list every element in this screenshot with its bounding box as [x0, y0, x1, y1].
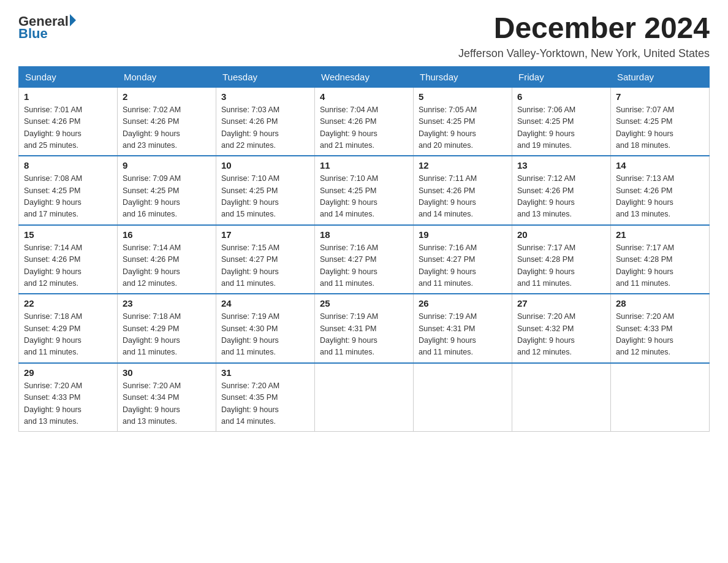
calendar-cell: 25 Sunrise: 7:19 AM Sunset: 4:31 PM Dayl…: [315, 294, 414, 363]
day-info: Sunrise: 7:15 AM Sunset: 4:27 PM Dayligh…: [221, 242, 309, 290]
calendar-cell: [414, 363, 512, 432]
calendar-cell: 27 Sunrise: 7:20 AM Sunset: 4:32 PM Dayl…: [512, 294, 611, 363]
col-header-monday: Monday: [118, 66, 216, 87]
col-header-tuesday: Tuesday: [216, 66, 315, 87]
day-number: 8: [24, 160, 112, 170]
day-info: Sunrise: 7:17 AM Sunset: 4:28 PM Dayligh…: [616, 242, 704, 290]
col-header-wednesday: Wednesday: [315, 66, 414, 87]
day-number: 22: [24, 298, 112, 308]
day-number: 16: [123, 229, 211, 240]
day-number: 24: [221, 298, 309, 308]
day-number: 27: [517, 298, 605, 308]
day-number: 3: [221, 91, 309, 102]
day-number: 25: [320, 298, 408, 308]
calendar-cell: [512, 363, 611, 432]
day-info: Sunrise: 7:09 AM Sunset: 4:25 PM Dayligh…: [123, 173, 211, 221]
day-info: Sunrise: 7:13 AM Sunset: 4:26 PM Dayligh…: [616, 173, 704, 221]
calendar-cell: 17 Sunrise: 7:15 AM Sunset: 4:27 PM Dayl…: [216, 225, 315, 294]
day-info: Sunrise: 7:17 AM Sunset: 4:28 PM Dayligh…: [517, 242, 605, 290]
day-number: 4: [320, 91, 408, 102]
day-number: 23: [123, 298, 211, 308]
logo-triangle-icon: [70, 14, 76, 26]
week-row-5: 29 Sunrise: 7:20 AM Sunset: 4:33 PM Dayl…: [19, 363, 710, 432]
logo: General Blue: [18, 12, 76, 40]
day-number: 1: [24, 91, 112, 102]
calendar-cell: 30 Sunrise: 7:20 AM Sunset: 4:34 PM Dayl…: [118, 363, 216, 432]
day-headers-row: SundayMondayTuesdayWednesdayThursdayFrid…: [19, 66, 710, 87]
day-info: Sunrise: 7:20 AM Sunset: 4:34 PM Dayligh…: [123, 380, 211, 428]
day-info: Sunrise: 7:02 AM Sunset: 4:26 PM Dayligh…: [123, 104, 211, 152]
calendar-cell: 7 Sunrise: 7:07 AM Sunset: 4:25 PM Dayli…: [611, 87, 710, 156]
day-number: 9: [123, 160, 211, 170]
day-info: Sunrise: 7:08 AM Sunset: 4:25 PM Dayligh…: [24, 173, 112, 221]
day-number: 20: [517, 229, 605, 240]
col-header-saturday: Saturday: [611, 66, 710, 87]
calendar-cell: 24 Sunrise: 7:19 AM Sunset: 4:30 PM Dayl…: [216, 294, 315, 363]
calendar-cell: 11 Sunrise: 7:10 AM Sunset: 4:25 PM Dayl…: [315, 156, 414, 225]
day-info: Sunrise: 7:10 AM Sunset: 4:25 PM Dayligh…: [221, 173, 309, 221]
calendar-cell: 6 Sunrise: 7:06 AM Sunset: 4:25 PM Dayli…: [512, 87, 611, 156]
calendar-cell: 1 Sunrise: 7:01 AM Sunset: 4:26 PM Dayli…: [19, 87, 118, 156]
day-info: Sunrise: 7:06 AM Sunset: 4:25 PM Dayligh…: [517, 104, 605, 152]
day-info: Sunrise: 7:14 AM Sunset: 4:26 PM Dayligh…: [123, 242, 211, 290]
location-subtitle: Jefferson Valley-Yorktown, New York, Uni…: [458, 47, 710, 60]
calendar-cell: [611, 363, 710, 432]
day-info: Sunrise: 7:19 AM Sunset: 4:31 PM Dayligh…: [320, 311, 408, 359]
day-info: Sunrise: 7:20 AM Sunset: 4:33 PM Dayligh…: [616, 311, 704, 359]
day-number: 31: [221, 367, 309, 378]
day-info: Sunrise: 7:19 AM Sunset: 4:31 PM Dayligh…: [419, 311, 507, 359]
calendar-cell: 8 Sunrise: 7:08 AM Sunset: 4:25 PM Dayli…: [19, 156, 118, 225]
day-info: Sunrise: 7:18 AM Sunset: 4:29 PM Dayligh…: [24, 311, 112, 359]
month-title: December 2024: [458, 12, 710, 45]
day-number: 13: [517, 160, 605, 170]
day-info: Sunrise: 7:04 AM Sunset: 4:26 PM Dayligh…: [320, 104, 408, 152]
title-area: December 2024 Jefferson Valley-Yorktown,…: [458, 12, 710, 60]
day-info: Sunrise: 7:14 AM Sunset: 4:26 PM Dayligh…: [24, 242, 112, 290]
day-number: 7: [616, 91, 704, 102]
calendar-cell: 10 Sunrise: 7:10 AM Sunset: 4:25 PM Dayl…: [216, 156, 315, 225]
day-number: 15: [24, 229, 112, 240]
day-info: Sunrise: 7:20 AM Sunset: 4:33 PM Dayligh…: [24, 380, 112, 428]
day-info: Sunrise: 7:16 AM Sunset: 4:27 PM Dayligh…: [419, 242, 507, 290]
day-info: Sunrise: 7:20 AM Sunset: 4:32 PM Dayligh…: [517, 311, 605, 359]
day-info: Sunrise: 7:16 AM Sunset: 4:27 PM Dayligh…: [320, 242, 408, 290]
calendar-cell: 3 Sunrise: 7:03 AM Sunset: 4:26 PM Dayli…: [216, 87, 315, 156]
calendar-cell: 18 Sunrise: 7:16 AM Sunset: 4:27 PM Dayl…: [315, 225, 414, 294]
day-info: Sunrise: 7:03 AM Sunset: 4:26 PM Dayligh…: [221, 104, 309, 152]
calendar-cell: 12 Sunrise: 7:11 AM Sunset: 4:26 PM Dayl…: [414, 156, 512, 225]
day-number: 18: [320, 229, 408, 240]
day-number: 26: [419, 298, 507, 308]
calendar-cell: [315, 363, 414, 432]
day-info: Sunrise: 7:07 AM Sunset: 4:25 PM Dayligh…: [616, 104, 704, 152]
calendar-cell: 20 Sunrise: 7:17 AM Sunset: 4:28 PM Dayl…: [512, 225, 611, 294]
calendar-cell: 26 Sunrise: 7:19 AM Sunset: 4:31 PM Dayl…: [414, 294, 512, 363]
calendar-cell: 31 Sunrise: 7:20 AM Sunset: 4:35 PM Dayl…: [216, 363, 315, 432]
calendar-cell: 4 Sunrise: 7:04 AM Sunset: 4:26 PM Dayli…: [315, 87, 414, 156]
day-info: Sunrise: 7:12 AM Sunset: 4:26 PM Dayligh…: [517, 173, 605, 221]
col-header-sunday: Sunday: [19, 66, 118, 87]
day-info: Sunrise: 7:01 AM Sunset: 4:26 PM Dayligh…: [24, 104, 112, 152]
calendar-cell: 19 Sunrise: 7:16 AM Sunset: 4:27 PM Dayl…: [414, 225, 512, 294]
week-row-1: 1 Sunrise: 7:01 AM Sunset: 4:26 PM Dayli…: [19, 87, 710, 156]
logo-blue: Blue: [18, 27, 48, 40]
day-info: Sunrise: 7:18 AM Sunset: 4:29 PM Dayligh…: [123, 311, 211, 359]
day-number: 12: [419, 160, 507, 170]
day-number: 19: [419, 229, 507, 240]
calendar-cell: 22 Sunrise: 7:18 AM Sunset: 4:29 PM Dayl…: [19, 294, 118, 363]
day-number: 11: [320, 160, 408, 170]
week-row-4: 22 Sunrise: 7:18 AM Sunset: 4:29 PM Dayl…: [19, 294, 710, 363]
day-number: 29: [24, 367, 112, 378]
day-number: 10: [221, 160, 309, 170]
day-info: Sunrise: 7:05 AM Sunset: 4:25 PM Dayligh…: [419, 104, 507, 152]
calendar-table: SundayMondayTuesdayWednesdayThursdayFrid…: [18, 66, 710, 432]
calendar-cell: 15 Sunrise: 7:14 AM Sunset: 4:26 PM Dayl…: [19, 225, 118, 294]
day-number: 21: [616, 229, 704, 240]
calendar-cell: 23 Sunrise: 7:18 AM Sunset: 4:29 PM Dayl…: [118, 294, 216, 363]
calendar-cell: 28 Sunrise: 7:20 AM Sunset: 4:33 PM Dayl…: [611, 294, 710, 363]
day-info: Sunrise: 7:19 AM Sunset: 4:30 PM Dayligh…: [221, 311, 309, 359]
day-number: 28: [616, 298, 704, 308]
col-header-friday: Friday: [512, 66, 611, 87]
calendar-cell: 16 Sunrise: 7:14 AM Sunset: 4:26 PM Dayl…: [118, 225, 216, 294]
calendar-cell: 21 Sunrise: 7:17 AM Sunset: 4:28 PM Dayl…: [611, 225, 710, 294]
day-number: 14: [616, 160, 704, 170]
